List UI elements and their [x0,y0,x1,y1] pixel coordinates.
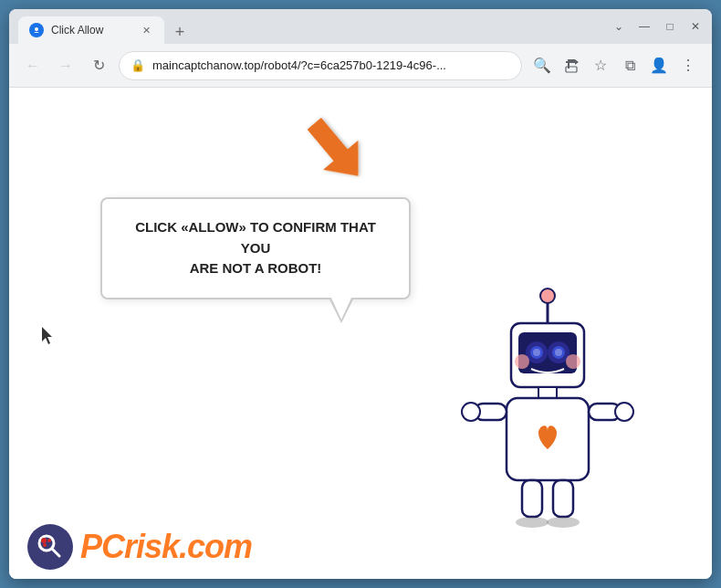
refresh-button[interactable]: ↻ [86,53,111,79]
svg-rect-16 [538,387,557,398]
mouse-cursor [42,327,57,350]
pcrisk-watermark: PCrisk.com [27,524,252,570]
bubble-text: CLICK «ALLOW» TO CONFIRM THAT YOU ARE NO… [124,217,387,279]
svg-point-12 [533,349,540,356]
back-button[interactable]: ← [20,53,46,79]
svg-point-29 [41,538,47,543]
speech-bubble: CLICK «ALLOW» TO CONFIRM THAT YOU ARE NO… [100,197,411,299]
svg-point-5 [540,289,555,303]
title-bar: Click Allow ✕ + ⌄ — □ ✕ [9,9,712,44]
svg-marker-3 [301,109,374,191]
svg-point-13 [555,349,562,356]
svg-point-15 [566,354,580,369]
pcrisk-text: PCrisk.com [80,528,252,566]
new-tab-button[interactable]: + [168,20,192,44]
risk-text: risk.com [124,528,252,565]
address-bar[interactable]: 🔒 maincaptchanow.top/robot4/?c=6ca257b0-… [119,51,522,80]
svg-point-1 [35,27,38,31]
svg-point-24 [516,517,549,528]
chevron-down-icon[interactable]: ⌄ [611,19,626,34]
page-content: CLICK «ALLOW» TO CONFIRM THAT YOU ARE NO… [9,88,712,579]
pcrisk-logo-circle [27,524,73,570]
extensions-icon[interactable]: ⧉ [617,53,643,79]
browser-window: Click Allow ✕ + ⌄ — □ ✕ ← → ↻ 🔒 maincapt… [9,9,712,579]
tab-close-button[interactable]: ✕ [139,23,153,37]
svg-point-31 [43,543,47,547]
tab-title: Click Allow [51,24,131,37]
bookmark-icon[interactable]: ☆ [588,53,613,79]
lock-icon: 🔒 [131,58,145,72]
url-text: maincaptchanow.top/robot4/?c=6ca257b0-12… [152,58,510,72]
tab-area: Click Allow ✕ + [18,9,604,44]
svg-point-25 [547,517,580,528]
maximize-button[interactable]: □ [663,19,677,34]
svg-point-20 [462,403,480,421]
profile-icon[interactable]: 👤 [646,53,672,79]
svg-rect-23 [553,480,573,517]
svg-rect-2 [566,67,577,72]
svg-point-14 [515,354,529,369]
pc-text: PC [80,528,124,565]
svg-point-21 [615,403,633,421]
toolbar-icons: 🔍 ☆ ⧉ 👤 ⋮ [529,53,701,79]
search-icon[interactable]: 🔍 [529,53,555,79]
share-icon[interactable] [559,53,584,79]
minimize-button[interactable]: — [637,19,652,34]
window-controls: ⌄ — □ ✕ [611,19,703,34]
tab-favicon [29,23,44,37]
svg-rect-22 [522,480,542,517]
svg-point-26 [32,529,68,565]
robot-image [456,287,639,524]
close-button[interactable]: ✕ [688,19,703,34]
menu-icon[interactable]: ⋮ [675,53,701,79]
toolbar: ← → ↻ 🔒 maincaptchanow.top/robot4/?c=6ca… [9,44,712,88]
forward-button[interactable]: → [53,53,78,79]
svg-point-30 [47,539,51,542]
active-tab[interactable]: Click Allow ✕ [18,16,164,44]
